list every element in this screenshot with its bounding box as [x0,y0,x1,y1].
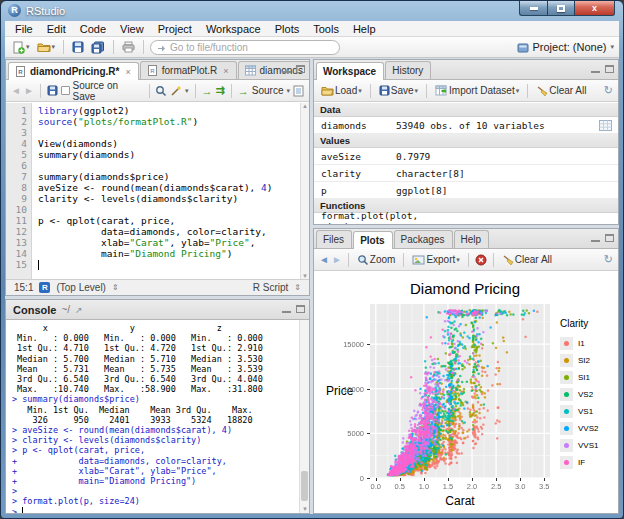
workspace-object-row[interactable]: pggplot[8] [314,182,618,199]
refresh-icon[interactable]: ↻ [604,253,613,266]
y-tick-label: 10000 [336,385,364,394]
x-tick-mark [400,478,401,481]
rerun-icon[interactable]: ⇉ [216,84,225,97]
menu-file[interactable]: File [8,21,40,37]
menu-help[interactable]: Help [346,21,383,37]
code-editor[interactable]: 123456789101112131415library(ggplot2)sou… [6,103,309,279]
minimize-pane-icon[interactable] [282,305,291,313]
menu-view[interactable]: View [113,21,151,37]
editor-scrollbar[interactable]: ▲▼ [300,103,309,279]
legend-item-vs2: VS2 [560,386,598,403]
console-line: > [12,486,299,496]
close-tab-icon[interactable]: × [125,67,130,77]
workspace-object-row[interactable]: diamonds53940 obs. of 10 variables [314,117,618,134]
console-scrollbar[interactable]: ▼ [299,320,309,513]
minimize-button[interactable] [519,1,547,16]
tab-packages[interactable]: Packages [394,230,453,248]
clear-all-button[interactable]: Clear All [534,84,588,97]
legend-label: SI2 [578,356,590,365]
save-icon[interactable] [47,85,58,96]
legend-dot [564,443,569,448]
save-icon [379,85,390,96]
forward-icon[interactable]: ► [24,85,34,96]
zoom-magnifier-icon [357,254,369,266]
goto-directory-icon[interactable]: ↗ [75,305,83,315]
remove-plot-button[interactable] [475,254,487,266]
import-dataset-button[interactable]: Import Dataset▾ [433,84,521,97]
minimize-pane-icon[interactable] [282,65,291,73]
magic-wand-icon[interactable] [170,85,182,97]
menu-workspace[interactable]: Workspace [199,21,268,37]
y-tick-mark [367,344,370,345]
maximize-pane-icon[interactable] [296,65,305,73]
next-plot-icon[interactable]: ► [332,254,342,265]
menu-tools[interactable]: Tools [306,21,346,37]
goto-file-search[interactable] [150,40,340,55]
workspace-object-row[interactable]: format.plot(plot, size) [314,213,618,224]
print-button[interactable] [120,40,137,54]
tab-formatplot-r[interactable]: RformatPlot.R× [140,61,237,79]
file-type-indicator[interactable]: R Script [253,282,289,293]
back-icon[interactable]: ◄ [11,85,21,96]
source-button[interactable]: Source [252,85,284,96]
open-file-button[interactable]: ▾ [35,40,58,54]
tab-plots[interactable]: Plots [353,231,392,249]
legend-key [560,422,573,435]
editor-code[interactable]: library(ggplot2)source("plots/formatPlot… [32,103,309,279]
maximize-pane-icon[interactable] [296,305,305,313]
x-tick-mark [472,478,473,481]
open-folder-icon [37,41,51,53]
menu-edit[interactable]: Edit [40,21,73,37]
view-data-grid-icon[interactable] [599,120,612,131]
workspace-object-row[interactable]: aveSize0.7979 [314,148,618,165]
console-line: + data=diamonds, color=clarity, [12,456,299,466]
zoom-plot-button[interactable]: Zoom [355,253,398,267]
goto-file-input[interactable] [170,42,320,53]
menu-project[interactable]: Project [151,21,199,37]
console-output[interactable]: x y z Min. : 0.000 Min. : 0.000 Min. : 0… [6,320,299,513]
menu-bar: FileEditCodeViewProjectWorkspacePlotsToo… [5,21,619,37]
save-workspace-button[interactable]: Save▾ [377,84,420,97]
tab-files[interactable]: Files [316,230,352,248]
source-on-save-label: Source on Save [73,80,143,102]
maximize-pane-icon[interactable] [605,65,614,73]
close-tab-icon[interactable]: × [223,66,228,76]
maximize-pane-icon[interactable] [605,234,614,242]
tab-history[interactable]: History [385,61,431,79]
section-header-data: Data [314,103,618,117]
tab-help[interactable]: Help [454,230,490,248]
menu-plots[interactable]: Plots [268,21,306,37]
clear-all-plots-button[interactable]: Clear All [500,253,554,266]
y-tick-mark [367,389,370,390]
tab-diamondpricing-r-[interactable]: RdiamondPricing.R*× [8,62,139,80]
tab-workspace[interactable]: Workspace [316,62,384,80]
project-selector[interactable]: Project: (None) ▾ [517,41,615,53]
close-button[interactable]: x [574,1,615,16]
close-tab-icon[interactable]: × [309,66,310,76]
minimize-pane-icon[interactable] [591,234,600,242]
title-bar[interactable]: R RStudio x [1,1,623,21]
workspace-object-row[interactable]: claritycharacter[8] [314,165,618,182]
refresh-icon[interactable]: ↻ [604,84,613,97]
scope-indicator[interactable]: (Top Level) [56,282,105,293]
console-line: > format.plot(p, size=24) [12,496,299,506]
legend-label: SI1 [578,373,590,382]
table-icon [245,65,256,76]
new-file-button[interactable]: ▾ [10,40,32,55]
console-line: 3rd Qu.: 6.540 3rd Qu.: 6.540 3rd Qu.: 4… [12,374,299,384]
minimize-pane-icon[interactable] [591,65,600,73]
code-line: summary(diamonds) [38,149,309,160]
previous-plot-icon[interactable]: ◄ [319,254,329,265]
source-on-save-checkbox[interactable] [61,86,70,95]
search-icon[interactable] [155,85,167,97]
save-all-button[interactable] [89,40,107,55]
workspace-toolbar: Load▾ Save▾ Import Dataset▾ [314,80,618,102]
save-button[interactable] [70,40,86,54]
load-workspace-button[interactable]: Load▾ [319,84,364,97]
maximize-button[interactable] [547,1,574,16]
menu-code[interactable]: Code [73,21,113,37]
run-line-icon[interactable]: → [202,85,213,97]
goto-arrow-icon [157,43,166,52]
export-plot-button[interactable]: Export▾ [410,253,461,266]
compile-notebook-button[interactable] [293,85,304,97]
